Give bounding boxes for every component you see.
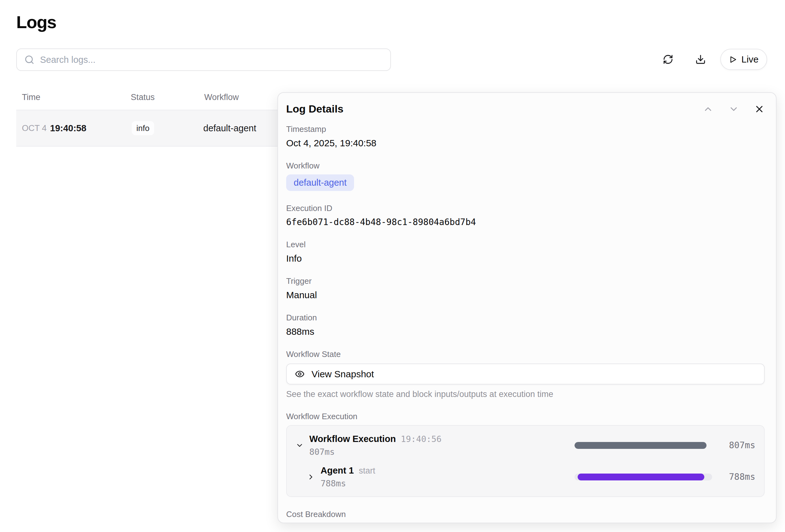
execution-id-value: 6fe6b071-dc88-4b48-98c1-89804a6bd7b4 <box>286 217 765 227</box>
chevron-down-icon <box>296 441 304 450</box>
execution-row-agent[interactable]: Agent 1 start 788ms 788ms <box>296 466 755 488</box>
trigger-label: Trigger <box>286 276 765 286</box>
refresh-icon <box>663 54 673 65</box>
panel-title: Log Details <box>286 103 344 115</box>
execution-id-field: Execution ID 6fe6b071-dc88-4b48-98c1-898… <box>286 204 765 227</box>
execution-row-start-time: 19:40:56 <box>401 434 441 444</box>
search-input[interactable] <box>40 55 383 65</box>
workflow-state-label: Workflow State <box>286 349 765 359</box>
duration-bar-track <box>575 442 712 449</box>
close-icon <box>754 104 765 114</box>
cost-breakdown-label: Cost Breakdown <box>286 509 765 519</box>
duration-bar-label: 807ms <box>720 440 755 450</box>
execution-row-text: Workflow Execution 19:40:56 807ms <box>309 434 441 457</box>
log-row-date: OCT 4 <box>22 124 47 133</box>
workflow-execution-label: Workflow Execution <box>286 412 765 421</box>
previous-log-button[interactable] <box>703 104 713 114</box>
execution-row-name: Workflow Execution <box>309 434 396 444</box>
trigger-value: Manual <box>286 290 765 300</box>
log-row-time: 19:40:58 <box>50 123 86 133</box>
logs-table-header: Time Status Workflow <box>0 92 285 103</box>
workflow-execution-section: Workflow Execution Workflow Execution 19… <box>286 412 765 497</box>
execution-trace-card: Workflow Execution 19:40:56 807ms 807ms <box>286 425 765 497</box>
execution-row-name: Agent 1 <box>321 466 354 476</box>
timestamp-label: Timestamp <box>286 125 765 134</box>
execution-row-duration-sub: 807ms <box>309 447 441 457</box>
panel-nav <box>703 104 765 114</box>
live-button[interactable]: Live <box>720 49 767 70</box>
trigger-field: Trigger Manual <box>286 276 765 300</box>
download-icon <box>695 54 706 65</box>
next-log-button[interactable] <box>728 104 739 114</box>
download-button[interactable] <box>692 51 709 68</box>
chevron-down-icon <box>728 104 739 114</box>
search-bar <box>16 49 391 71</box>
chevron-right-icon <box>307 473 315 481</box>
execution-row-text: Agent 1 start 788ms <box>321 466 375 488</box>
view-snapshot-button[interactable]: View Snapshot <box>286 364 765 384</box>
workflow-state-section: Workflow State View Snapshot See the exa… <box>286 349 765 399</box>
timestamp-field: Timestamp Oct 4, 2025, 19:40:58 <box>286 125 765 149</box>
log-row-workflow: default-agent <box>203 123 256 133</box>
column-header-time: Time <box>22 92 40 102</box>
cost-breakdown-section: Cost Breakdown Base Execution: $0.0010 M… <box>286 509 765 523</box>
workflow-field: Workflow default-agent <box>286 161 765 191</box>
timestamp-value: Oct 4, 2025, 19:40:58 <box>286 138 765 149</box>
execution-row-root[interactable]: Workflow Execution 19:40:56 807ms 807ms <box>296 434 755 457</box>
page-title: Logs <box>16 12 56 32</box>
view-snapshot-label: View Snapshot <box>311 369 374 379</box>
play-icon <box>729 55 737 64</box>
column-header-workflow: Workflow <box>204 92 239 102</box>
duration-bar-track <box>575 474 712 480</box>
duration-label: Duration <box>286 313 765 323</box>
chevron-up-icon <box>703 104 713 114</box>
level-value: Info <box>286 253 765 264</box>
workflow-state-helper: See the exact workflow state and block i… <box>286 390 765 399</box>
execution-id-label: Execution ID <box>286 204 765 213</box>
panel-header: Log Details <box>286 103 765 115</box>
level-label: Level <box>286 240 765 249</box>
cost-breakdown-card: Base Execution: $0.0010 Model Input: $0.… <box>286 523 765 523</box>
log-table-row[interactable]: OCT 4 19:40:58 info default-agent <box>16 110 285 147</box>
eye-icon <box>295 369 305 379</box>
workflow-badge[interactable]: default-agent <box>286 175 354 191</box>
live-button-label: Live <box>741 54 758 65</box>
duration-bar-label: 788ms <box>720 472 755 482</box>
execution-row-block-type: start <box>359 466 375 476</box>
log-details-panel: Log Details <box>277 92 777 523</box>
workflow-label: Workflow <box>286 161 765 171</box>
duration-field: Duration 888ms <box>286 313 765 337</box>
search-icon <box>24 55 34 65</box>
level-field: Level Info <box>286 240 765 264</box>
execution-row-duration-sub: 788ms <box>321 479 375 488</box>
duration-bar <box>578 474 704 480</box>
refresh-button[interactable] <box>659 51 677 68</box>
close-panel-button[interactable] <box>754 104 765 114</box>
logs-page: Logs Live Time Status Workflow OCT 4 19:… <box>0 0 785 532</box>
column-header-status: Status <box>131 92 155 102</box>
duration-bar <box>575 442 707 449</box>
duration-value: 888ms <box>286 326 765 337</box>
log-row-status-badge: info <box>132 121 154 135</box>
